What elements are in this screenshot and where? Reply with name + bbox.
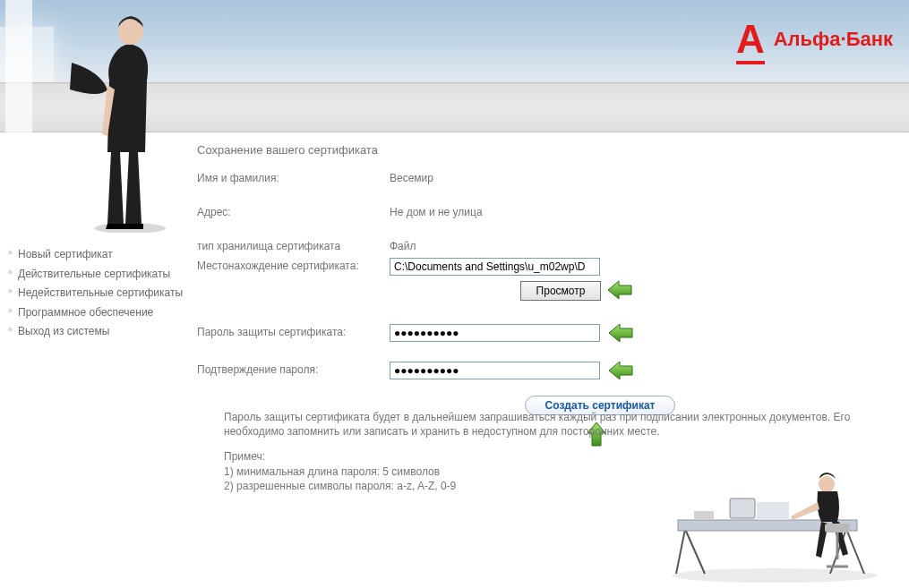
sidebar-item-new-cert[interactable]: Новый сертификат	[7, 246, 186, 264]
main-form: Имя и фамилия: Весемир Адрес: Не дом и н…	[197, 170, 887, 415]
sidebar: Новый сертификат Действительные сертифик…	[7, 246, 186, 343]
svg-point-1	[118, 20, 143, 45]
storage-type-value: Файл	[390, 238, 416, 252]
arrow-left-icon	[607, 322, 634, 344]
bank-logo: А Альфа·Банк	[736, 20, 893, 59]
sidebar-item-software[interactable]: Программное обеспечение	[7, 304, 186, 322]
svg-line-3	[676, 529, 685, 574]
arrow-left-icon	[606, 279, 633, 301]
svg-point-11	[819, 476, 835, 492]
arrow-left-icon	[607, 360, 634, 381]
address-label: Адрес:	[197, 204, 390, 218]
confirm-label: Подтверждение пароля:	[197, 362, 390, 376]
location-input[interactable]	[390, 258, 600, 276]
sidebar-item-label: Новый сертификат	[18, 248, 113, 260]
svg-rect-10	[694, 511, 714, 520]
sidebar-item-label: Недействительные сертификаты	[18, 286, 183, 299]
svg-rect-12	[825, 524, 850, 533]
address-value: Не дом и не улица	[390, 204, 483, 218]
logo-mark-icon: А	[736, 20, 765, 59]
svg-line-6	[846, 529, 864, 574]
sidebar-item-logout[interactable]: Выход из системы	[7, 323, 186, 341]
svg-rect-9	[757, 502, 789, 520]
confirm-password-input[interactable]	[390, 362, 600, 379]
note-heading: Примеч:	[224, 449, 896, 464]
desk-illustration	[667, 466, 882, 583]
password-label: Пароль защиты сертификата:	[197, 324, 390, 338]
name-value: Весемир	[390, 170, 433, 184]
sidebar-item-label: Программное обеспечение	[18, 306, 153, 319]
svg-rect-8	[730, 499, 755, 518]
sidebar-item-label: Выход из системы	[18, 325, 109, 337]
name-label: Имя и фамилия:	[197, 170, 390, 184]
location-label: Местонахождение сертификата:	[197, 258, 390, 272]
sidebar-item-label: Действительные сертификаты	[18, 268, 170, 280]
sidebar-item-valid-certs[interactable]: Действительные сертификаты	[7, 266, 186, 284]
logo-text: Альфа·Банк	[774, 28, 893, 51]
note-paragraph: Пароль защиты сертификата будет в дальне…	[224, 410, 896, 439]
password-input[interactable]	[390, 324, 600, 342]
page-title: Сохранение вашего сертификата	[197, 143, 378, 157]
sidebar-item-invalid-certs[interactable]: Недействительные сертификаты	[7, 285, 186, 303]
browse-button[interactable]: Просмотр	[520, 281, 601, 301]
svg-line-4	[685, 529, 705, 574]
man-illustration	[54, 0, 170, 233]
storage-type-label: тип хранилища сертификата	[197, 238, 390, 252]
